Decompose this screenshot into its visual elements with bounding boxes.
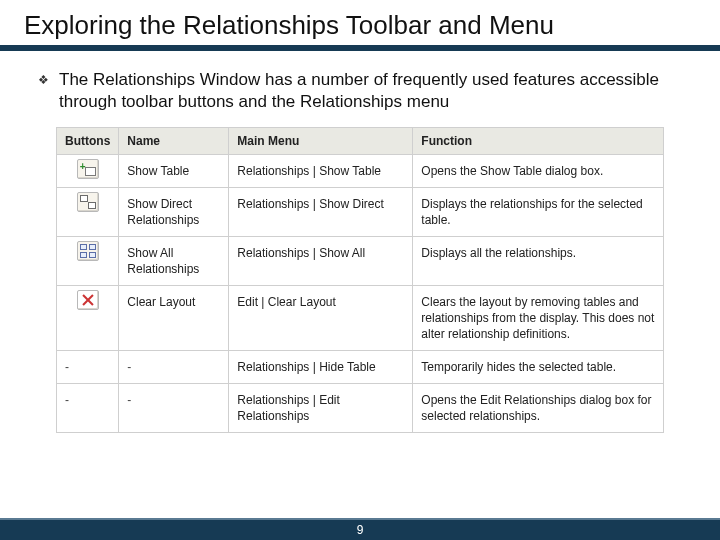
slide-title: Exploring the Relationships Toolbar and …: [24, 10, 696, 41]
show-all-icon: [77, 241, 99, 261]
cell-name: -: [119, 384, 229, 433]
cell-menu: Relationships | Edit Relationships: [229, 384, 413, 433]
bullet-icon: ❖: [38, 69, 49, 91]
cell-name: Show Direct Relationships: [119, 188, 229, 237]
bullet-item: ❖ The Relationships Window has a number …: [38, 69, 682, 113]
col-function: Function: [413, 128, 664, 155]
cell-function: Displays the relationships for the selec…: [413, 188, 664, 237]
page-number: 9: [357, 523, 364, 537]
button-icon-cell: [57, 286, 119, 351]
cell-function: Displays all the relationships.: [413, 237, 664, 286]
show-table-icon: [77, 159, 99, 179]
table-row: - - Relationships | Edit Relationships O…: [57, 384, 664, 433]
cell-menu: Relationships | Hide Table: [229, 351, 413, 384]
cell-menu: Relationships | Show Direct: [229, 188, 413, 237]
table-row: Show Direct Relationships Relationships …: [57, 188, 664, 237]
show-direct-icon: [77, 192, 99, 212]
cell-name: Show All Relationships: [119, 237, 229, 286]
button-icon-cell: [57, 188, 119, 237]
cell-menu: Relationships | Show Table: [229, 155, 413, 188]
cell-function: Clears the layout by removing tables and…: [413, 286, 664, 351]
col-main-menu: Main Menu: [229, 128, 413, 155]
cell-function: Opens the Edit Relationships dialog box …: [413, 384, 664, 433]
cell-name: -: [119, 351, 229, 384]
cell-name: Show Table: [119, 155, 229, 188]
button-icon-cell: [57, 155, 119, 188]
button-icon-cell: -: [57, 351, 119, 384]
button-icon-cell: -: [57, 384, 119, 433]
col-name: Name: [119, 128, 229, 155]
table-row: - - Relationships | Hide Table Temporari…: [57, 351, 664, 384]
cell-function: Temporarily hides the selected table.: [413, 351, 664, 384]
cell-function: Opens the Show Table dialog box.: [413, 155, 664, 188]
toolbar-table: Buttons Name Main Menu Function Show Tab…: [56, 127, 664, 433]
table-row: Show All Relationships Relationships | S…: [57, 237, 664, 286]
table-header-row: Buttons Name Main Menu Function: [57, 128, 664, 155]
table-row: Show Table Relationships | Show Table Op…: [57, 155, 664, 188]
cell-menu: Relationships | Show All: [229, 237, 413, 286]
table-row: Clear Layout Edit | Clear Layout Clears …: [57, 286, 664, 351]
button-icon-cell: [57, 237, 119, 286]
slide: Exploring the Relationships Toolbar and …: [0, 0, 720, 540]
cell-name: Clear Layout: [119, 286, 229, 351]
col-buttons: Buttons: [57, 128, 119, 155]
bullet-text: The Relationships Window has a number of…: [59, 69, 682, 113]
slide-body: ❖ The Relationships Window has a number …: [0, 51, 720, 433]
clear-layout-icon: [77, 290, 99, 310]
cell-menu: Edit | Clear Layout: [229, 286, 413, 351]
title-region: Exploring the Relationships Toolbar and …: [0, 0, 720, 51]
footer-bar: 9: [0, 518, 720, 540]
